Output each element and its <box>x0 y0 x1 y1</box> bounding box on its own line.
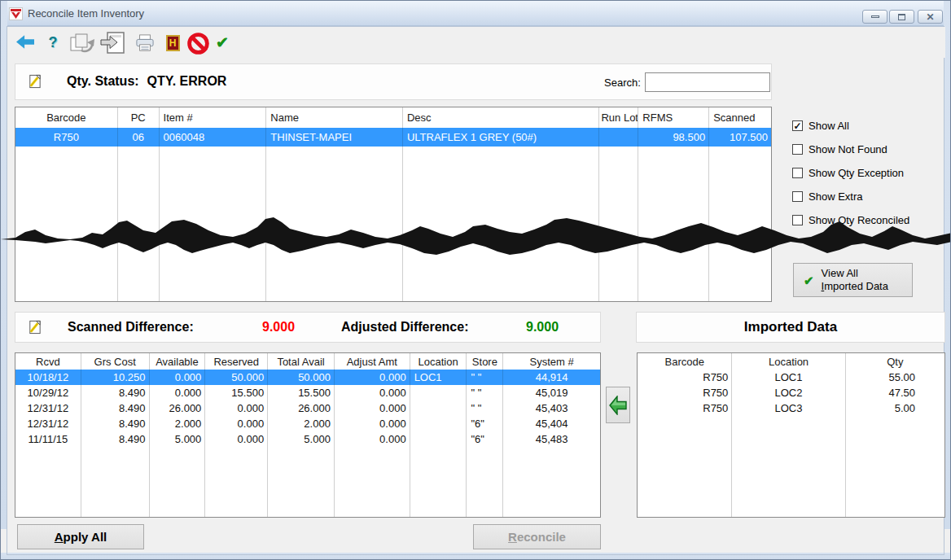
cell-total-avail: 15.500 <box>268 385 335 400</box>
minimize-button[interactable] <box>862 10 887 24</box>
cell-scanned: 107.500 <box>709 128 771 147</box>
export-button[interactable] <box>99 32 125 54</box>
cell-run-lot <box>599 128 638 147</box>
confirm-button[interactable]: ✔ <box>213 33 231 51</box>
refresh-docs-button[interactable] <box>69 32 95 54</box>
table-row[interactable]: 11/11/15 8.490 5.000 0.000 5.000 0.000 "… <box>15 431 600 447</box>
column-header[interactable]: PC <box>118 107 160 128</box>
back-button[interactable] <box>16 35 34 49</box>
status-band: Qty. Status:QTY. ERROR Search: <box>15 63 772 100</box>
cancel-button[interactable] <box>186 32 209 55</box>
column-header[interactable]: Name <box>266 107 403 128</box>
left-arrow-icon <box>609 396 627 415</box>
check-icon: ✔ <box>804 274 814 287</box>
detail-table: Rcvd Grs Cost Available Reserved Total A… <box>15 352 601 518</box>
help-button[interactable]: ? <box>46 33 59 51</box>
move-left-button[interactable] <box>606 387 630 423</box>
column-header[interactable]: Qty <box>846 353 944 370</box>
column-header[interactable]: Barcode <box>638 353 732 370</box>
cell-desc: ULTRAFLEX 1 GREY (50#) <box>403 128 599 147</box>
view-all-imported-data-button[interactable]: ✔ View All Imported Data <box>793 263 913 297</box>
cell-system-number: 45,483 <box>503 431 600 447</box>
back-arrow-icon <box>16 35 34 49</box>
apply-all-button[interactable]: Apply All <box>17 524 144 549</box>
column-header[interactable]: Adjust Amt <box>335 353 410 370</box>
cell-total-avail: 5.000 <box>268 431 335 447</box>
export-document-icon <box>99 32 125 54</box>
column-header[interactable]: Rcvd <box>15 353 81 370</box>
column-header[interactable]: Scanned <box>709 107 771 128</box>
table-row[interactable]: R750 LOC2 47.50 <box>638 385 944 400</box>
table-row[interactable]: R750 LOC3 5.00 <box>638 400 944 416</box>
cell-system-number: 45,403 <box>503 400 600 416</box>
cell-item-number: 0060048 <box>160 128 267 147</box>
cell-available: 2.000 <box>150 416 206 431</box>
checkbox-icon <box>792 168 803 178</box>
cell-available: 0.000 <box>150 385 206 400</box>
cell-reserved: 0.000 <box>205 431 268 447</box>
search-label: Search: <box>604 77 641 89</box>
column-header[interactable]: Reserved <box>205 353 268 370</box>
qty-status: Qty. Status:QTY. ERROR <box>67 74 226 89</box>
cell-barcode: R750 <box>638 370 732 385</box>
help-icon: ? <box>49 34 58 51</box>
imported-table-gridlines <box>638 416 944 517</box>
cell-rcvd: 12/31/12 <box>15 400 81 416</box>
close-icon: ✕ <box>926 12 934 22</box>
column-header[interactable]: Available <box>150 353 206 370</box>
column-header[interactable]: Item # <box>160 107 267 128</box>
cell-adjust-amt: 0.000 <box>335 400 410 416</box>
column-header[interactable]: Grs Cost <box>81 353 150 370</box>
filter-checkbox-show-extra[interactable]: Show Extra <box>792 190 909 203</box>
qty-status-label: Qty. Status: <box>67 74 139 88</box>
scanned-difference-label: Scanned Difference: <box>68 320 194 335</box>
reconcile-button[interactable]: Reconcile <box>473 524 601 549</box>
column-header[interactable]: Location <box>732 353 845 370</box>
column-header[interactable]: Desc <box>403 107 599 128</box>
cell-location <box>410 416 467 431</box>
cell-location: LOC3 <box>732 400 845 416</box>
maximize-icon <box>898 14 905 20</box>
print-button[interactable] <box>134 34 156 52</box>
column-header[interactable]: Location <box>410 353 467 370</box>
cell-grs-cost: 8.490 <box>81 431 150 447</box>
adjusted-difference-value: 9.000 <box>526 320 559 335</box>
column-header[interactable]: System # <box>503 353 600 370</box>
table-row[interactable]: 12/31/12 8.490 26.000 0.000 26.000 0.000… <box>15 400 600 416</box>
table-row[interactable]: 10/18/12 10.250 0.000 50.000 50.000 0.00… <box>15 370 600 385</box>
cell-system-number: 45,404 <box>503 416 600 431</box>
filter-checkbox-show-qty-reconciled[interactable]: Show Qty Reconciled <box>792 214 909 226</box>
cell-qty: 47.50 <box>846 385 945 400</box>
filter-checkbox-show-all[interactable]: ✓ Show All <box>792 120 909 132</box>
column-header[interactable]: Store <box>467 353 503 370</box>
table-row[interactable]: R750 06 0060048 THINSET-MAPEI ULTRAFLEX … <box>15 128 771 147</box>
column-header[interactable]: RFMS <box>638 107 709 128</box>
cell-available: 5.000 <box>150 431 206 447</box>
table-row[interactable]: 12/31/12 8.490 2.000 0.000 2.000 0.000 "… <box>15 416 600 431</box>
column-header[interactable]: Barcode <box>15 107 118 128</box>
maximize-button[interactable] <box>889 10 914 24</box>
column-header[interactable]: Total Avail <box>268 353 335 370</box>
cell-reserved: 15.500 <box>205 385 268 400</box>
cell-location <box>410 385 467 400</box>
table-row[interactable]: 10/29/12 8.490 0.000 15.500 15.500 0.000… <box>15 385 600 400</box>
item-table-header: Barcode PC Item # Name Desc Run Lot RFMS… <box>15 107 771 128</box>
cell-location: LOC1 <box>410 370 467 385</box>
cell-barcode: R750 <box>638 385 732 400</box>
search-input[interactable] <box>645 72 770 92</box>
history-button[interactable]: H <box>165 34 180 51</box>
filter-checkbox-show-qty-exception[interactable]: Show Qty Exception <box>792 167 909 179</box>
filter-checkbox-show-not-found[interactable]: Show Not Found <box>792 143 909 155</box>
h-book-icon: H <box>166 35 180 51</box>
imported-data-table: Barcode Location Qty R750 LOC1 55.00 R75… <box>637 352 945 518</box>
column-header[interactable]: Run Lot <box>599 107 638 128</box>
cell-reserved: 0.000 <box>205 416 268 431</box>
close-button[interactable]: ✕ <box>918 10 943 24</box>
detail-table-header: Rcvd Grs Cost Available Reserved Total A… <box>15 353 600 370</box>
item-table-gridlines <box>15 147 771 301</box>
table-row[interactable]: R750 LOC1 55.00 <box>638 370 944 385</box>
scanned-difference-value: 9.000 <box>262 320 295 335</box>
cell-rcvd: 12/31/12 <box>15 416 81 431</box>
printer-icon <box>134 34 156 52</box>
qty-status-value: QTY. ERROR <box>147 74 227 88</box>
